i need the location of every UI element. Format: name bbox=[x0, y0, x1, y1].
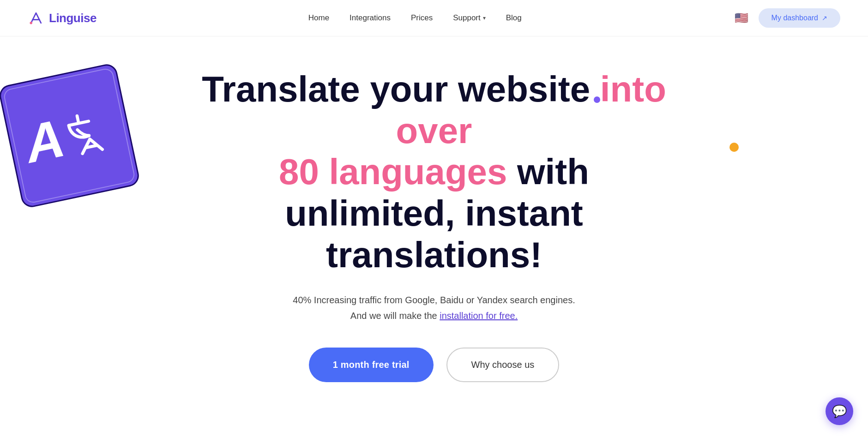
chat-bubble-button[interactable]: 💬 bbox=[826, 397, 853, 425]
install-link[interactable]: installation for free. bbox=[440, 311, 518, 321]
hero-headline: Translate your website into over80 langu… bbox=[192, 69, 676, 276]
logo-text: Linguise bbox=[49, 11, 96, 25]
header-right: 🇺🇸 My dashboard ↗ bbox=[734, 8, 840, 28]
card-translate-icon bbox=[58, 102, 118, 162]
trial-button[interactable]: 1 month free trial bbox=[309, 348, 434, 382]
card-letters: A bbox=[20, 101, 119, 171]
translation-card-graphic: A bbox=[9, 73, 139, 207]
logo[interactable]: Linguise bbox=[28, 10, 96, 26]
language-flag-icon[interactable]: 🇺🇸 bbox=[734, 10, 749, 26]
chat-icon: 💬 bbox=[832, 404, 847, 419]
dashboard-button[interactable]: My dashboard ↗ bbox=[759, 8, 840, 28]
decorative-dot-orange bbox=[729, 143, 739, 152]
nav-integrations[interactable]: Integrations bbox=[350, 13, 391, 23]
cta-buttons: 1 month free trial Why choose us bbox=[309, 348, 560, 382]
logo-icon bbox=[28, 10, 44, 26]
card-shape: A bbox=[0, 62, 141, 209]
hero-section: A Translate your website into over80 lan… bbox=[0, 36, 868, 419]
support-chevron-icon: ▾ bbox=[483, 15, 486, 21]
hero-subtext: 40% Increasing traffic from Google, Baid… bbox=[293, 292, 575, 324]
why-choose-us-button[interactable]: Why choose us bbox=[446, 348, 560, 382]
nav-home[interactable]: Home bbox=[308, 13, 329, 23]
site-header: Linguise Home Integrations Prices Suppor… bbox=[0, 0, 868, 36]
external-link-icon: ↗ bbox=[822, 14, 827, 22]
card-letter-a: A bbox=[20, 111, 69, 171]
decorative-dot-purple bbox=[594, 96, 600, 103]
nav-blog[interactable]: Blog bbox=[506, 13, 522, 23]
headline-text-part1: Translate your website bbox=[202, 69, 600, 109]
nav-support[interactable]: Support ▾ bbox=[453, 13, 486, 23]
nav-prices[interactable]: Prices bbox=[411, 13, 433, 23]
main-nav: Home Integrations Prices Support ▾ Blog bbox=[308, 13, 522, 23]
svg-point-0 bbox=[30, 22, 32, 24]
